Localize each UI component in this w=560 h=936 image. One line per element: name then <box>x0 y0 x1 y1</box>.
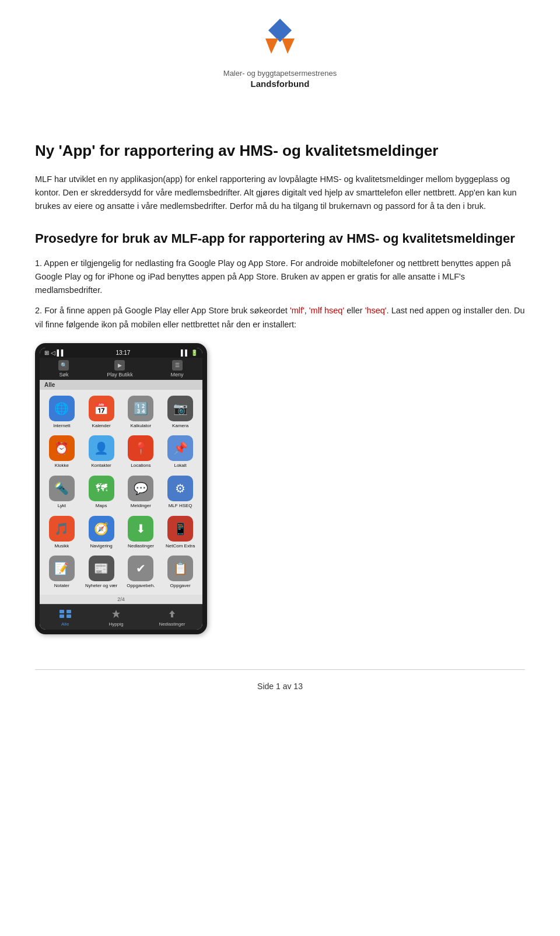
bottom-nav-alle[interactable]: Alle <box>57 607 74 627</box>
footer-text: Side 1 av 13 <box>257 682 303 691</box>
app-label: Nyheter og vær <box>85 583 117 589</box>
app-icon: ⚙ <box>167 476 193 501</box>
point2-comma: , <box>304 306 309 315</box>
app-label: Locations <box>131 463 150 469</box>
app-label: Lykt <box>58 503 66 509</box>
logo: Maler- og byggtapetsermestrenes Landsfor… <box>223 18 337 89</box>
app-icon: 👤 <box>89 435 114 461</box>
status-icons-right: ▌▌ 🔋 <box>181 350 198 356</box>
app-item-kamera[interactable]: 📷Kamera <box>162 393 199 431</box>
nav-item-menu[interactable]: ☰ Meny <box>171 360 184 378</box>
bottom-nav-hyppig[interactable]: Hyppig <box>108 607 124 627</box>
app-item-kalkulator[interactable]: 🔢Kalkulator <box>123 393 160 431</box>
nav-item-search[interactable]: 🔍 Søk <box>58 360 69 378</box>
nav-item-play[interactable]: ▶ Play Butikk <box>107 360 133 378</box>
svg-marker-1 <box>265 39 278 54</box>
app-label: Musikk <box>54 543 69 549</box>
alle-label: Alle <box>61 621 69 627</box>
app-label: Meldinger <box>131 503 151 509</box>
app-label: Kontakter <box>92 463 111 469</box>
app-icon: 🎵 <box>49 516 75 542</box>
app-label: MLF HSEQ <box>169 503 192 509</box>
app-label: Notater <box>54 583 69 589</box>
svg-marker-8 <box>169 610 175 617</box>
play-nav-icon: ▶ <box>114 360 125 371</box>
app-icon: 📌 <box>167 435 193 461</box>
nedlastinger-label: Nedlastinger <box>159 621 185 627</box>
phone-nav-bar: 🔍 Søk ▶ Play Butikk ☰ Meny <box>40 358 202 380</box>
point2-text-before: For å finne appen på Google Play eller A… <box>44 306 290 315</box>
app-icon: 🌐 <box>49 396 75 421</box>
app-icon: 💬 <box>128 476 153 501</box>
intro-paragraph: MLF har utviklet en ny applikasjon(app) … <box>35 173 525 214</box>
app-item-oppgaver[interactable]: 📋Oppgaver <box>162 553 199 591</box>
app-item-nyheter-og-vær[interactable]: 📰Nyheter og vær <box>83 553 120 591</box>
app-label: Maps <box>96 503 107 509</box>
app-label: Kamera <box>172 423 188 429</box>
logo-icon <box>254 18 306 64</box>
app-item-netcom-extra[interactable]: 📱NetCom Extra <box>162 514 199 551</box>
point1-text: Appen er tilgjengelig for nedlasting fra… <box>35 259 511 295</box>
app-item-meldinger[interactable]: 💬Meldinger <box>123 473 160 511</box>
svg-rect-4 <box>66 610 71 613</box>
app-item-oppgavebeh.[interactable]: ✔Oppgavebeh. <box>123 553 160 591</box>
status-time: 13:17 <box>116 350 130 356</box>
point1-label: 1. <box>35 259 42 268</box>
point2-highlight2: 'mlf hseq' <box>309 306 344 315</box>
app-label: Kalkulator <box>131 423 152 429</box>
pagination: 2/4 <box>40 595 202 604</box>
app-item-lokalt[interactable]: 📌Lokalt <box>162 433 199 471</box>
app-item-lykt[interactable]: 🔦Lykt <box>43 473 80 511</box>
hyppig-label: Hyppig <box>109 621 124 627</box>
app-label: NetCom Extra <box>166 543 195 549</box>
org-name-top: Maler- og byggtapetsermestrenes <box>223 69 337 79</box>
app-label: Oppgaver <box>170 583 191 589</box>
app-item-kalender[interactable]: 📅Kalender <box>83 393 120 431</box>
section-label: Alle <box>40 380 202 390</box>
point2-highlight3: 'hseq' <box>365 306 387 315</box>
main-content: Ny 'App' for rapportering av HMS- og kva… <box>35 141 525 634</box>
phone-screen: ⊞ ◁ ▌▌ 13:17 ▌▌ 🔋 🔍 Søk ▶ Play Butikk ☰ … <box>40 348 202 630</box>
app-label: Nedlastinger <box>128 543 154 549</box>
app-icon: 📰 <box>89 556 114 581</box>
point2-paragraph: 2. For å finne appen på Google Play elle… <box>35 304 525 331</box>
point1-paragraph: 1. Appen er tilgjengelig for nedlasting … <box>35 257 525 298</box>
svg-marker-7 <box>112 610 120 618</box>
app-label: Internett <box>53 423 70 429</box>
app-icon: ⏰ <box>49 435 75 461</box>
app-label: Oppgavebeh. <box>127 583 155 589</box>
app-icon: ✔ <box>128 556 153 581</box>
app-item-notater[interactable]: 📝Notater <box>43 553 80 591</box>
app-item-kontakter[interactable]: 👤Kontakter <box>83 433 120 471</box>
app-icon: 🧭 <box>89 516 114 542</box>
app-icon: 📱 <box>167 516 193 542</box>
phone-status-bar: ⊞ ◁ ▌▌ 13:17 ▌▌ 🔋 <box>40 348 202 358</box>
section2-title: Prosedyre for bruk av MLF-app for rappor… <box>35 230 525 247</box>
app-icon: ⬇ <box>128 516 153 542</box>
point2-label: 2. <box>35 306 42 315</box>
app-icon: 🔦 <box>49 476 75 501</box>
app-item-locations[interactable]: 📍Locations <box>123 433 160 471</box>
app-icon: 📋 <box>167 556 193 581</box>
app-icon: 🗺 <box>89 476 114 501</box>
app-label: Lokalt <box>174 463 186 469</box>
page-header: Maler- og byggtapetsermestrenes Landsfor… <box>35 0 525 118</box>
app-item-klokke[interactable]: ⏰Klokke <box>43 433 80 471</box>
app-item-maps[interactable]: 🗺Maps <box>83 473 120 511</box>
hyppig-icon <box>108 607 124 620</box>
app-item-mlf-hseq[interactable]: ⚙MLF HSEQ <box>162 473 199 511</box>
menu-nav-icon: ☰ <box>172 360 183 371</box>
app-icon: 📷 <box>167 396 193 421</box>
svg-rect-3 <box>60 610 64 613</box>
app-label: Kalender <box>92 423 111 429</box>
app-item-nedlastinger[interactable]: ⬇Nedlastinger <box>123 514 160 551</box>
app-item-navigering[interactable]: 🧭Navigering <box>83 514 120 551</box>
status-icons-left: ⊞ ◁ ▌▌ <box>44 350 65 356</box>
app-label: Navigering <box>90 543 113 549</box>
app-label: Klokke <box>55 463 69 469</box>
app-item-musikk[interactable]: 🎵Musikk <box>43 514 80 551</box>
org-name-bold: Landsforbund <box>251 79 310 89</box>
nedlastinger-icon <box>164 607 180 620</box>
app-item-internett[interactable]: 🌐Internett <box>43 393 80 431</box>
bottom-nav-nedlastinger[interactable]: Nedlastinger <box>159 607 185 627</box>
